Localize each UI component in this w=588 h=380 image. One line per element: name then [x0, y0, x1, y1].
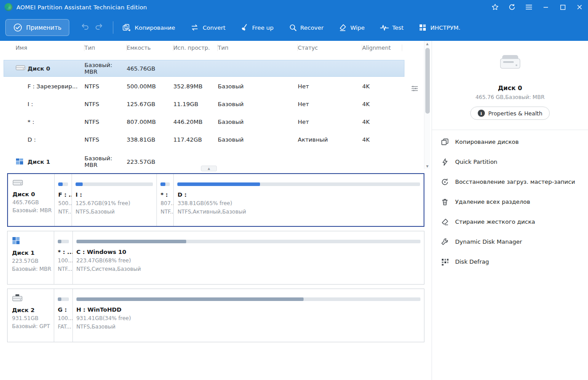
table-row-partition-f[interactable]: F : Зарезервир... NTFS 500.00MB 352.89MB… — [0, 77, 432, 95]
action-rebuild-mbr[interactable]: Восстановление загруз. мастер-записи — [432, 172, 588, 192]
partition-title: D : — [177, 191, 420, 198]
table-row-partition-i[interactable]: I : NTFS 125.67GB 11.19GB Базовый Нет 4K — [0, 95, 432, 113]
action-quick-partition[interactable]: Quick Partition — [432, 152, 588, 172]
cell-capacity: 465.76GB — [127, 65, 173, 72]
titlebar: AOMEI Partition Assistant Technician Edi… — [0, 0, 588, 14]
disk-card-0: Диск 0 465.76GB Базовый: MBR F : ... 500… — [7, 173, 424, 227]
table-row-partition-d[interactable]: D : NTFS 338.81GB 117.42GB Базовый Актив… — [0, 131, 432, 148]
disk-size: 931.51GB — [12, 315, 51, 321]
cell-type: Базовый — [218, 83, 298, 90]
partition-block-star2[interactable]: * : ... 100... NTF... — [54, 231, 72, 284]
scroll-up-arrow[interactable]: ▲ — [424, 41, 430, 47]
star-icon[interactable] — [487, 0, 504, 14]
cell-alignment: 4K — [362, 101, 402, 107]
apply-button-label: Применить — [26, 24, 61, 31]
col-header-capacity[interactable]: Емкость — [127, 44, 173, 51]
action-wipe-disk[interactable]: Стирание жесткого диска — [432, 212, 588, 232]
action-label: Восстановление загруз. мастер-записи — [455, 178, 575, 185]
partition-block-f[interactable]: F : ... 500... NTF... — [54, 174, 72, 226]
cell-name: I : — [28, 101, 33, 107]
col-header-used[interactable]: Исп. простр. — [173, 44, 218, 51]
disk2-info-block[interactable]: Диск 2 931.51GB Базовый: GPT — [8, 289, 54, 342]
cell-fs: NTFS — [84, 101, 127, 107]
col-header-status[interactable]: Статус — [298, 44, 362, 51]
col-header-type[interactable]: Тип — [218, 44, 298, 51]
partition-size: 931.41GB(34% free) — [76, 315, 420, 321]
partition-block-g[interactable]: G : 100... FAT... — [54, 289, 72, 342]
freeup-button[interactable]: Free up — [240, 24, 273, 32]
toolbar-separator — [113, 21, 113, 34]
cell-capacity: 125.67GB — [127, 101, 173, 107]
app-window: AOMEI Partition Assistant Technician Edi… — [0, 0, 588, 380]
usage-bar — [160, 182, 170, 186]
splitter-collapse-handle[interactable]: ▲ — [201, 166, 217, 171]
tools-button[interactable]: ИНСТРУМ. — [419, 24, 460, 32]
col-header-name[interactable]: Имя — [16, 44, 84, 51]
maximize-icon[interactable] — [554, 0, 571, 14]
action-label: Стирание жесткого диска — [455, 218, 535, 225]
disk-type: Базовый: MBR — [12, 207, 52, 214]
cell-fs: NTFS — [84, 136, 127, 143]
disk-type: Базовый: MBR — [12, 266, 51, 272]
wipe-disk-icon — [441, 218, 449, 226]
disk-card-2: Диск 2 931.51GB Базовый: GPT G : 100... … — [7, 289, 424, 342]
test-label: Test — [392, 24, 404, 31]
partition-size: 100... — [58, 257, 69, 264]
convert-button[interactable]: Convert — [190, 24, 225, 32]
action-delete-all-partitions[interactable]: Удаление всех разделов — [432, 192, 588, 212]
cell-name: D : — [28, 136, 36, 143]
sync-icon[interactable] — [504, 0, 520, 14]
partition-block-i[interactable]: I : 125.67GB(91% free) NTFS,Базовый — [72, 174, 156, 226]
cell-used: 117.42GB — [173, 136, 218, 143]
partition-block-h[interactable]: H : WinToHDD 931.41GB(34% free) NTFS,Баз… — [72, 289, 424, 342]
disk-drive-badge-icon — [12, 295, 23, 304]
partition-fs: NTF... — [58, 209, 68, 215]
disk-illustration — [432, 53, 588, 75]
cell-name: F : Зарезервир... — [28, 83, 78, 90]
scrollbar-thumb[interactable] — [425, 48, 430, 114]
table-row-partition-star[interactable]: * : NTFS 807.00MB 446.20MB Базовый Нет 4… — [0, 113, 432, 131]
test-button[interactable]: Test — [380, 24, 404, 31]
action-dynamic-disk-manager[interactable]: Dynamic Disk Manager — [432, 232, 588, 252]
usage-bar — [58, 297, 69, 301]
close-icon[interactable] — [571, 0, 588, 14]
scroll-down-arrow[interactable]: ▼ — [424, 163, 430, 169]
action-label: Копирование дисков — [455, 139, 519, 145]
minimize-icon[interactable] — [537, 0, 554, 14]
redo-button[interactable] — [95, 23, 103, 32]
action-copy-disks[interactable]: Копирование дисков — [432, 132, 588, 152]
copy-wizard-label: Копирование — [135, 24, 175, 31]
copy-wizard-button[interactable]: Копирование — [122, 24, 175, 32]
partition-block-d[interactable]: D : 338.81GB(65% free) NTFS,Активный,Баз… — [173, 174, 424, 226]
partition-block-star[interactable]: * : 807... NTF... — [156, 174, 173, 226]
partition-block-c[interactable]: C : Windows 10 223.47GB(68% free) NTFS,С… — [72, 231, 424, 284]
cell-alignment: 4K — [362, 119, 402, 125]
wipe-button[interactable]: Wipe — [339, 24, 364, 32]
partition-title: H : WinToHDD — [76, 306, 420, 313]
cell-type: Базовый — [218, 136, 298, 143]
usage-bar — [177, 182, 420, 186]
cell-name: * : — [28, 119, 34, 125]
partition-title: I : — [76, 191, 153, 198]
properties-health-button[interactable]: i Properties & Health — [470, 107, 550, 120]
table-row-disk0[interactable]: Диск 0 Базовый: MBR 465.76GB — [0, 59, 432, 77]
partition-title: C : Windows 10 — [76, 249, 420, 255]
menu-icon[interactable] — [520, 0, 537, 14]
col-header-alignment[interactable]: Alignment — [362, 44, 402, 51]
cell-status: Активный — [298, 136, 362, 143]
cell-type: Базовый — [218, 101, 298, 107]
undo-button[interactable] — [81, 23, 89, 32]
apply-button[interactable]: Применить — [5, 19, 69, 36]
partition-size: 223.47GB(68% free) — [76, 257, 420, 264]
disk0-info-block[interactable]: Диск 0 465.76GB Базовый: MBR — [8, 174, 54, 226]
copy-disk-icon — [441, 138, 449, 146]
check-circle-icon — [13, 23, 22, 32]
col-header-fs[interactable]: Тип — [84, 44, 127, 51]
cell-status: Нет — [298, 101, 362, 107]
action-disk-defrag[interactable]: Disk Defrag — [432, 252, 588, 272]
partition-size: 125.67GB(91% free) — [76, 200, 153, 206]
recover-button[interactable]: Recover — [289, 24, 324, 32]
pulse-icon — [380, 24, 389, 31]
disk1-info-block[interactable]: Диск 1 223.57GB Базовый: MBR — [8, 231, 54, 284]
dynamic-disk-icon — [16, 158, 24, 165]
